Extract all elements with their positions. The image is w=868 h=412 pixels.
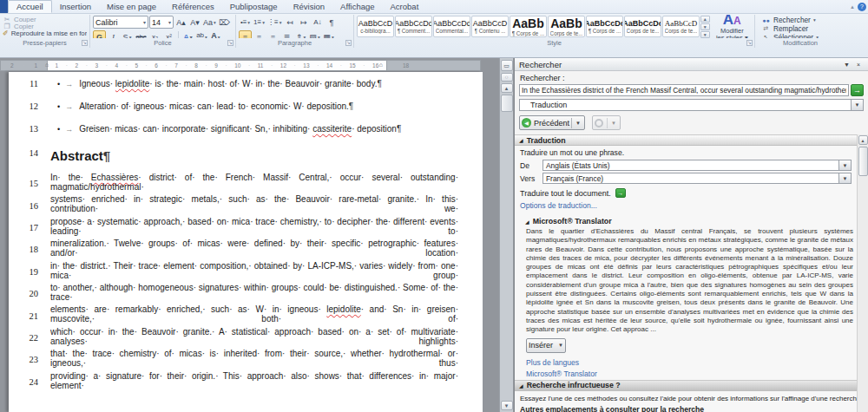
document-line-22[interactable]: 22which· occur· in· the· Beauvoir· grani… [26, 327, 483, 349]
translator-section-header[interactable]: ◢ Microsoft® Translator [515, 213, 857, 227]
sort-button[interactable]: A↓ [311, 16, 324, 29]
pane-scrollbar[interactable]: ▲ [857, 134, 868, 412]
file-tab-stub[interactable] [0, 0, 8, 13]
style-gallery-item-8[interactable]: AaBbCcDcCorps de te... [624, 16, 661, 37]
to-language-select[interactable]: Français (France) ▼ [542, 173, 852, 184]
pane-scrollbar-thumb[interactable] [858, 147, 868, 176]
cut-button[interactable]: ✂ Couper [3, 16, 87, 23]
bold-button[interactable]: G [93, 30, 106, 38]
increase-indent-button[interactable]: ↦ [297, 16, 310, 29]
tab-mise-en-page[interactable]: Mise en page [99, 0, 164, 13]
find-button[interactable]: ●● Rechercher▾ [761, 16, 843, 24]
tab-affichage[interactable]: Affichage [332, 0, 382, 13]
style-gallery-item-9[interactable]: AaBbCcDCorps de te... [662, 16, 700, 37]
gallery-up-icon[interactable]: ▲ [700, 16, 710, 23]
bullets-button[interactable]: •≡▾ [239, 16, 252, 29]
tab-insertion[interactable]: Insertion [52, 0, 99, 13]
document-line-23[interactable]: 23that· the· trace· chemistry· of· micas… [26, 349, 483, 370]
style-gallery-item-5[interactable]: AaBb¶ Corps de ... [510, 16, 547, 37]
tab-révision[interactable]: Révision [286, 0, 332, 13]
start-search-button[interactable]: → [851, 84, 864, 96]
multilevel-list-button[interactable]: ⋮≡▾ [266, 16, 282, 29]
pane-close-icon[interactable]: × [853, 62, 864, 68]
align-right-button[interactable]: ≡ [266, 30, 279, 38]
font-family-combo[interactable]: Calibri▾ [93, 16, 148, 29]
tab-références[interactable]: Références [164, 0, 222, 13]
styles-dialog-launcher-icon[interactable]: ↘ [746, 40, 753, 46]
search-scope-select[interactable]: Traduction ▼ [519, 99, 864, 111]
decrease-indent-button[interactable]: ↤ [283, 16, 296, 29]
gallery-down-icon[interactable]: ▼ [700, 23, 710, 30]
next-button-disabled[interactable]: ▼ [592, 115, 621, 130]
align-left-button[interactable]: ≡ [239, 30, 252, 38]
align-center-button[interactable]: ≡ [253, 30, 266, 38]
horizontal-ruler[interactable]: 2·1 ⌂ ⌂ 1·2·3·4·5·6·7·8·9·10·11·12·13·14… [0, 60, 495, 71]
strikethrough-button[interactable]: abc [135, 30, 148, 38]
borders-button[interactable]: ▦▾ [322, 30, 335, 38]
document-line-16[interactable]: 16systems· enriched· in· strategic· meta… [26, 194, 483, 216]
paragraph-dialog-launcher-icon[interactable]: ↘ [345, 40, 352, 46]
show-formatting-marks-button[interactable]: ¶ [325, 16, 338, 29]
document-line-21[interactable]: 21elements· are· remarkably· enriched,· … [26, 304, 483, 326]
section-no-results-header[interactable]: ◢ Recherche infructueuse ? [515, 380, 868, 391]
document-line-13[interactable]: 13•→Greisen· micas· can· incorporate· si… [26, 124, 483, 147]
style-gallery-item-4[interactable]: AaBbCcD¶ Contenu ... [471, 16, 509, 37]
style-gallery-item-7[interactable]: AaBbCcDc¶ Corps de ... [586, 16, 623, 37]
translate-all-button[interactable]: → [615, 188, 626, 198]
numbering-button[interactable]: 1≡▾ [253, 16, 266, 29]
highlight-button[interactable]: ab▾ [195, 30, 208, 38]
scroll-down-button[interactable]: ▼ [501, 401, 513, 410]
style-gallery-item-2[interactable]: AaBbCcDd¶ Comment... [395, 16, 432, 37]
scrollbar-thumb[interactable] [501, 95, 513, 112]
document-line-19[interactable]: 19in· the· district.· Their· trace· elem… [26, 261, 483, 283]
font-color-button[interactable]: A▾ [209, 30, 222, 38]
pane-scroll-up-icon[interactable]: ▲ [858, 135, 868, 145]
italic-button[interactable]: I [107, 30, 120, 38]
from-language-select[interactable]: Anglais (États Unis) ▼ [542, 160, 852, 171]
format-painter-button[interactable]: ✐ Reproduire la mise en forme [3, 30, 87, 37]
justify-button[interactable]: ≣ [280, 30, 293, 38]
more-languages-link[interactable]: Plus de langues [526, 358, 857, 367]
line-spacing-button[interactable]: ⇕▾ [294, 30, 307, 38]
document-scrollbar[interactable]: ▭ ◌ ▲ ▼ [499, 58, 513, 412]
replace-button[interactable]: ⇄ Remplacer [761, 24, 843, 33]
underline-button[interactable]: S▾ [121, 30, 134, 38]
change-case-button[interactable]: Aa▾ [202, 16, 217, 29]
gallery-more-icon[interactable]: ▼ [700, 31, 710, 38]
font-size-combo[interactable]: 14▾ [149, 16, 174, 29]
document-line-20[interactable]: 20to· another,· although· homogeneous· s… [26, 283, 483, 304]
clipboard-dialog-launcher-icon[interactable]: ↘ [82, 40, 88, 46]
minimize-ribbon-icon[interactable]: ▲ [850, 4, 855, 10]
microsoft-translator-link[interactable]: Microsoft® Translator [526, 369, 857, 378]
section-traduction-header[interactable]: ◢ Traduction [515, 134, 857, 146]
subscript-button[interactable]: x₂ [148, 30, 161, 38]
tab-publipostage[interactable]: Publipostage [222, 0, 286, 13]
scroll-up-button[interactable]: ▲ [501, 83, 513, 93]
search-input[interactable] [519, 84, 849, 96]
insert-button[interactable]: Insérer ▼ [526, 338, 566, 353]
document-line-18[interactable]: 18mineralization.· Twelve· groups· of· m… [26, 239, 483, 260]
scroll-options-button[interactable]: ◌ [501, 73, 513, 82]
superscript-button[interactable]: x² [162, 30, 175, 38]
document-line-15[interactable]: 15In· the· Echassières· district· of· th… [26, 173, 483, 194]
tab-accueil[interactable]: Accueil [8, 0, 52, 13]
tab-acrobat[interactable]: Acrobat [383, 0, 427, 13]
document-line-24[interactable]: 24providing· a· signature· for· their· o… [26, 371, 483, 393]
previous-button[interactable]: ◀ Précédent ▼ [519, 115, 585, 130]
shrink-font-button[interactable]: A▾ [188, 16, 201, 29]
text-effects-button[interactable]: A▾ [181, 30, 194, 38]
pane-menu-icon[interactable]: ▼ [840, 62, 853, 68]
grow-font-button[interactable]: A▴ [174, 16, 187, 29]
document-line-12[interactable]: 12•→Alteration· of· igneous· micas· can·… [26, 101, 483, 124]
translation-options-link[interactable]: Options de traduction... [520, 201, 597, 210]
document-line-11[interactable]: 11•→Igneous· lepidolite· is· the· main· … [26, 79, 483, 101]
right-indent-marker[interactable]: ⌂ [379, 62, 383, 68]
style-gallery-item-3[interactable]: AaBbCcDdCommentai... [433, 16, 470, 37]
style-gallery-item-1[interactable]: AaBbCcDc-bibliogra... [357, 16, 394, 37]
shading-button[interactable]: ▨▾ [308, 30, 321, 38]
style-gallery-item-6[interactable]: AaBbCorps de te... [548, 16, 585, 37]
document-page[interactable]: 11•→Igneous· lepidolite· is· the· main· … [9, 72, 483, 412]
change-styles-button[interactable]: AA Modifier les styles ▾ [713, 16, 752, 37]
left-indent-marker[interactable]: ⌂ [45, 62, 49, 68]
help-icon[interactable]: ? [858, 3, 866, 11]
